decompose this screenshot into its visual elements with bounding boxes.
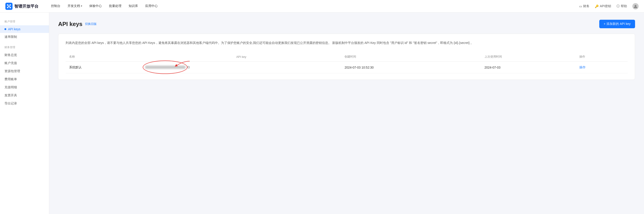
nav-item-docs[interactable]: 开发文档 ▾ (64, 0, 86, 13)
logo-icon (5, 3, 12, 10)
svg-point-14 (634, 5, 636, 7)
wallet-icon: ▭ (579, 5, 582, 8)
nav-item-console[interactable]: 控制台 (48, 0, 64, 13)
action-link[interactable]: 操作 (579, 65, 586, 69)
col-header-name: 名称 (66, 52, 142, 62)
table-body: 系统默认 ⧉ (66, 62, 628, 73)
nav-item-experience[interactable]: 体验中心 (86, 0, 105, 13)
cell-action: 操作 (576, 62, 628, 73)
sidebar-item-rate-limit[interactable]: 速率限制 (0, 33, 49, 41)
sidebar-item-resource-package[interactable]: 资源包管理 (0, 67, 49, 75)
api-key-link[interactable]: 🔑 API密钥 (595, 4, 611, 8)
header-right: ▭ 财务 🔑 API密钥 ⓘ 帮助 (579, 3, 639, 10)
nav-item-knowledge[interactable]: 知识库 (125, 0, 142, 13)
col-header-action: 操作 (576, 52, 628, 62)
page-header: API keys 切换旧版 + 添加新的 API key (58, 20, 635, 28)
help-icon: ⓘ (616, 4, 620, 8)
header: 智谱开放平台 控制台 开发文档 ▾ 体验中心 批量处理 知识库 应用中心 ▭ 财… (0, 0, 644, 13)
cell-name: 系统默认 (66, 62, 142, 73)
sidebar-item-recharge-detail[interactable]: 充值明细 (0, 83, 49, 91)
cell-created-time: 2024-07-03 10:52:30 (341, 62, 481, 73)
key-icon: 🔑 (595, 5, 598, 8)
add-api-key-button[interactable]: + 添加新的 API key (599, 20, 635, 28)
sidebar-item-export[interactable]: 导出记录 (0, 99, 49, 108)
col-header-api-key: API key (142, 52, 341, 62)
switch-version-link[interactable]: 切换旧版 (85, 22, 97, 26)
page-title: API keys (58, 21, 82, 28)
page-title-area: API keys 切换旧版 (58, 21, 97, 28)
key-cell: ⧉ (145, 65, 190, 69)
cell-last-used-time: 2024-07-03 (481, 62, 576, 73)
help-link[interactable]: ⓘ 帮助 (616, 4, 627, 8)
finance-link[interactable]: ▭ 财务 (579, 4, 590, 8)
sidebar-item-api-keys[interactable]: API keys (0, 25, 49, 33)
col-header-created: 创建时间 (341, 52, 481, 62)
layout: 账户管理 API keys 速率限制 财务管理 财务总览 账户充值 资源包管理 … (0, 13, 644, 214)
chevron-down-icon: ▾ (81, 5, 82, 7)
api-key-annotation: ⧉ (145, 65, 190, 69)
sidebar-item-invoice[interactable]: 发票开具 (0, 91, 49, 99)
sidebar: 账户管理 API keys 速率限制 财务管理 财务总览 账户充值 资源包管理 … (0, 13, 49, 214)
logo-text: 智谱开放平台 (14, 4, 38, 9)
sidebar-item-finance-overview[interactable]: 财务总览 (0, 51, 49, 59)
user-icon (634, 4, 638, 8)
active-dot (4, 28, 6, 30)
api-keys-table: 名称 API key 创建时间 上次使用时间 操作 系统默认 (66, 52, 628, 73)
table-header: 名称 API key 创建时间 上次使用时间 操作 (66, 52, 628, 62)
logo[interactable]: 智谱开放平台 (5, 3, 38, 10)
copy-icon[interactable]: ⧉ (187, 65, 190, 69)
sidebar-section-account: 账户管理 (0, 20, 49, 25)
nav-item-app-center[interactable]: 应用中心 (142, 0, 161, 13)
api-keys-card: 列表内是您的全部 API keys，请不要与他人共享您您的 API Keys，避… (58, 34, 635, 80)
nav-item-batch[interactable]: 批量处理 (105, 0, 125, 13)
main-content: API keys 切换旧版 + 添加新的 API key 列表内是您的全部 AP… (49, 13, 644, 214)
col-header-last-used: 上次使用时间 (481, 52, 576, 62)
user-avatar[interactable] (632, 3, 639, 10)
api-key-masked (145, 66, 186, 69)
table-row: 系统默认 ⧉ (66, 62, 628, 73)
sidebar-item-billing[interactable]: 费用账单 (0, 75, 49, 83)
sidebar-item-recharge[interactable]: 账户充值 (0, 59, 49, 67)
cell-api-key: ⧉ (142, 62, 341, 73)
sidebar-section-finance: 财务管理 (0, 46, 49, 51)
main-nav: 控制台 开发文档 ▾ 体验中心 批量处理 知识库 应用中心 (48, 0, 579, 13)
description-text: 列表内是您的全部 API keys，请不要与他人共享您您的 API Keys，避… (66, 40, 628, 46)
